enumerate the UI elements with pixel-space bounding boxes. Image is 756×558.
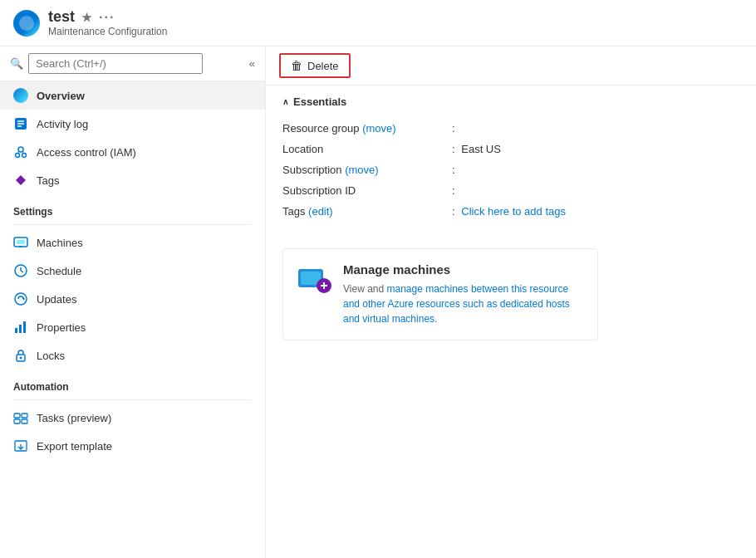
svg-point-22 xyxy=(20,357,22,360)
svg-rect-24 xyxy=(22,414,27,418)
svg-marker-17 xyxy=(23,297,25,301)
sidebar-item-schedule[interactable]: Schedule xyxy=(0,257,265,285)
essentials-field-label: Subscription ID xyxy=(282,180,449,201)
manage-link-highlight: manage machines between this resource an… xyxy=(343,283,570,325)
schedule-icon xyxy=(13,263,28,278)
header-title-group: test ★ ··· Maintenance Configuration xyxy=(48,8,167,37)
collapse-sidebar-button[interactable]: « xyxy=(249,57,255,70)
manage-machines-card-icon xyxy=(297,262,331,300)
sidebar-item-export-template[interactable]: Export template xyxy=(0,432,265,460)
sidebar-item-properties[interactable]: Properties xyxy=(0,313,265,341)
essentials-field-label: Tags (edit) xyxy=(282,201,449,222)
sidebar-item-tasks[interactable]: Tasks (preview) xyxy=(0,404,265,432)
essentials-row-location: Location : East US xyxy=(282,139,739,159)
content-area: 🗑 Delete ∧ Essentials Resource group (mo… xyxy=(266,46,756,558)
sidebar-activity-log-label: Activity log xyxy=(37,118,88,130)
svg-rect-20 xyxy=(23,321,26,333)
svg-rect-19 xyxy=(19,325,22,333)
page-title: test xyxy=(48,8,75,26)
svg-point-6 xyxy=(22,154,27,158)
svg-rect-25 xyxy=(14,419,20,423)
sidebar-item-tags[interactable]: Tags xyxy=(0,166,265,194)
settings-section-header: Settings xyxy=(0,194,265,221)
automation-section-header: Automation xyxy=(0,370,265,396)
favorite-star-icon[interactable]: ★ xyxy=(81,11,92,24)
essentials-row-resource-group: Resource group (move) : xyxy=(282,118,739,139)
add-tags-link[interactable]: Click here to add tags xyxy=(461,205,566,218)
overview-icon xyxy=(13,88,28,103)
essentials-field-value: : East US xyxy=(449,139,739,159)
sidebar-item-updates[interactable]: Updates xyxy=(0,285,265,313)
essentials-row-tags: Tags (edit) : Click here to add tags xyxy=(282,201,739,222)
sidebar-locks-label: Locks xyxy=(37,350,65,362)
tasks-icon xyxy=(13,410,28,425)
search-bar: 🔍 « xyxy=(0,46,265,81)
delete-button[interactable]: 🗑 Delete xyxy=(279,53,351,78)
search-icon: 🔍 xyxy=(10,57,23,70)
manage-machines-text: View and manage machines between this re… xyxy=(343,281,584,326)
sidebar-item-access-control[interactable]: Access control (IAM) xyxy=(0,138,265,166)
sidebar-updates-label: Updates xyxy=(37,293,76,306)
essentials-section: ∧ Essentials Resource group (move) : xyxy=(266,86,756,232)
page-header: test ★ ··· Maintenance Configuration xyxy=(0,0,756,46)
locks-icon xyxy=(13,348,28,363)
svg-rect-18 xyxy=(15,328,17,333)
sidebar-tasks-label: Tasks (preview) xyxy=(37,412,111,424)
svg-marker-9 xyxy=(16,175,26,185)
sidebar-item-activity-log[interactable]: Activity log xyxy=(0,110,265,138)
resource-type-label: Maintenance Configuration xyxy=(48,26,167,37)
tags-edit-link[interactable]: (edit) xyxy=(308,205,333,218)
essentials-row-subscription: Subscription (move) : xyxy=(282,159,739,180)
location-value: East US xyxy=(461,143,501,155)
properties-icon xyxy=(13,320,28,335)
essentials-field-label: Subscription (move) xyxy=(282,159,449,180)
automation-divider xyxy=(13,399,252,400)
subscription-move-link[interactable]: (move) xyxy=(345,164,378,176)
sidebar-item-locks[interactable]: Locks xyxy=(0,341,265,370)
sidebar-access-control-label: Access control (IAM) xyxy=(37,146,136,159)
sidebar-schedule-label: Schedule xyxy=(37,265,81,277)
sidebar-properties-label: Properties xyxy=(37,321,86,334)
manage-machines-card: Manage machines View and manage machines… xyxy=(282,248,598,340)
delete-label: Delete xyxy=(307,60,339,72)
svg-rect-11 xyxy=(17,240,25,244)
svg-rect-26 xyxy=(22,419,27,423)
access-control-icon xyxy=(13,144,28,159)
essentials-field-value: : Click here to add tags xyxy=(449,201,739,222)
sidebar-tags-label: Tags xyxy=(37,174,59,187)
manage-machines-title: Manage machines xyxy=(343,262,584,277)
sidebar-item-overview[interactable]: Overview xyxy=(0,81,265,110)
tags-icon xyxy=(13,173,28,188)
more-options-icon[interactable]: ··· xyxy=(99,10,115,25)
svg-rect-23 xyxy=(14,414,20,418)
sidebar-overview-label: Overview xyxy=(37,90,85,102)
delete-icon: 🗑 xyxy=(291,59,302,72)
sidebar-machines-label: Machines xyxy=(37,237,83,249)
updates-icon xyxy=(13,291,28,306)
essentials-chevron-icon[interactable]: ∧ xyxy=(282,97,288,106)
manage-machines-card-content: Manage machines View and manage machines… xyxy=(343,262,584,326)
sidebar-item-machines[interactable]: Machines xyxy=(0,228,265,257)
essentials-field-label: Location xyxy=(282,139,449,159)
search-input[interactable] xyxy=(28,53,203,74)
main-layout: 🔍 « Overview Activity log xyxy=(0,46,756,558)
svg-line-15 xyxy=(21,271,23,272)
activity-log-icon xyxy=(13,116,28,131)
essentials-field-value: : xyxy=(449,159,739,180)
svg-point-5 xyxy=(16,154,20,158)
sidebar: 🔍 « Overview Activity log xyxy=(0,46,266,558)
export-icon xyxy=(13,438,28,453)
toolbar: 🗑 Delete xyxy=(266,46,756,86)
essentials-field-value: : xyxy=(449,118,739,139)
essentials-row-subscription-id: Subscription ID : xyxy=(282,180,739,201)
essentials-field-label: Resource group (move) xyxy=(282,118,449,139)
essentials-field-value: : xyxy=(449,180,739,201)
resource-icon xyxy=(13,10,40,37)
essentials-table: Resource group (move) : Location : East … xyxy=(282,118,739,222)
settings-divider xyxy=(13,224,252,225)
resource-group-move-link[interactable]: (move) xyxy=(362,122,395,135)
machines-icon xyxy=(13,235,28,250)
essentials-header: ∧ Essentials xyxy=(282,95,739,108)
sidebar-export-label: Export template xyxy=(37,440,112,453)
svg-line-8 xyxy=(22,151,24,154)
